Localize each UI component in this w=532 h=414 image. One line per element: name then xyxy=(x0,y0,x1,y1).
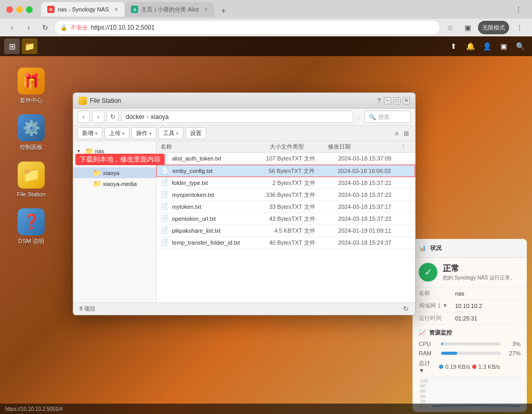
bookmark-button[interactable]: ☆ xyxy=(443,20,457,35)
file-type: TXT 文件 xyxy=(291,191,338,199)
tab-close-2[interactable]: ✕ xyxy=(204,6,208,13)
tab-favicon-2: A xyxy=(131,6,138,13)
file-date: 2024-03-18 15:37:22 xyxy=(338,180,411,186)
fs-forward-button[interactable]: › xyxy=(92,111,104,123)
reload-button[interactable]: ↻ xyxy=(38,21,52,34)
net-in-dot xyxy=(439,365,443,369)
list-view-button[interactable]: ≡ xyxy=(393,129,401,138)
browser-tab-1[interactable]: N nas - Synology NAS ✕ xyxy=(41,2,125,17)
file-row[interactable]: 📄 myopentoken.txt 336 Bytes TXT 文件 2024-… xyxy=(156,189,415,201)
fs-list-header: 名称 大小 文件类型 修改日期 ⋮ xyxy=(156,141,415,153)
fs-minimize-button[interactable]: − xyxy=(384,97,391,104)
dsm-user-icon[interactable]: 👤 xyxy=(479,38,495,54)
fs-new-button[interactable]: 新增 ▾ xyxy=(77,127,102,139)
fs-action-button[interactable]: 操作 ▾ xyxy=(131,127,156,139)
status-header-label: 状况 xyxy=(430,244,442,252)
fs-sidebar: ▾ 📁 nas ▾ 📁 docker 📁 xiaoya 📁 xiaoya- xyxy=(73,141,156,302)
fs-settings-label: 设置 xyxy=(190,129,202,137)
ram-bar xyxy=(441,352,457,355)
file-row[interactable]: 📄 mytoken.txt 33 Bytes TXT 文件 2024-03-18… xyxy=(156,201,415,213)
dsm-notification-icon[interactable]: 🔔 xyxy=(462,38,478,54)
fs-footer: 8 项目 ↻ xyxy=(73,302,415,315)
browser-menu-button[interactable]: ⋮ xyxy=(511,2,526,17)
file-date: 2024-03-18 15:37:17 xyxy=(338,204,411,210)
desktop-icon-dsm[interactable]: ❓ DSM 说明 xyxy=(10,205,52,248)
fs-upload-button[interactable]: 上传 ▾ xyxy=(104,127,129,139)
browser-settings-button[interactable]: ⋮ xyxy=(512,20,527,35)
cpu-row: CPU 3% xyxy=(419,341,521,347)
fs-restore-button[interactable]: □ xyxy=(393,97,401,104)
tab-close-1[interactable]: ✕ xyxy=(114,6,118,13)
cpu-bar-bg xyxy=(441,342,501,345)
file-row[interactable]: 📄 opentoken_url.txt 43 Bytes TXT 文件 2024… xyxy=(156,213,415,225)
file-row[interactable]: 📄 emby_config.txt 56 Bytes TXT 文件 2024-0… xyxy=(156,165,415,177)
file-row[interactable]: 📄 temp_transfer_folder_id.txt 40 Bytes T… xyxy=(156,237,415,249)
network-chart: 100 80 60 40 20 0 xyxy=(419,377,521,408)
desktop-icon-filestation[interactable]: 📁 File Station xyxy=(10,158,52,201)
fs-help-button[interactable]: ? xyxy=(377,97,381,104)
file-type: TXT 文件 xyxy=(291,215,338,223)
no-distract-button[interactable]: 无限模式 xyxy=(478,21,509,34)
desktop-icons-area: 🎁 套件中心 ⚙️ 控制面板 📁 File Station ❓ DSM 说明 xyxy=(0,56,62,414)
dsm-apps-icon[interactable]: ⊞ xyxy=(4,38,20,54)
fs-content-area: ▾ 📁 nas ▾ 📁 docker 📁 xiaoya 📁 xiaoya- xyxy=(73,141,415,302)
fs-back-button[interactable]: ‹ xyxy=(77,111,90,123)
tree-item-xiaoya-media[interactable]: 📁 xiaoya-media xyxy=(73,178,156,189)
fs-upload-label: 上传 xyxy=(109,129,121,137)
fs-window-controls: − □ ✕ xyxy=(384,97,410,104)
tree-toggle-docker: ▾ xyxy=(85,159,91,165)
file-name: temp_transfer_folder_id.txt xyxy=(172,239,245,246)
fs-footer-refresh-button[interactable]: ↻ xyxy=(403,305,409,313)
fs-close-button[interactable]: ✕ xyxy=(403,97,410,104)
uptime-row: 运行时间 01:25:31 xyxy=(413,312,527,325)
file-type: TXT 文件 xyxy=(291,203,338,211)
fs-path-bar[interactable]: docker › xiaoya xyxy=(121,111,353,123)
file-icon: 📄 xyxy=(161,179,169,187)
window-close-button[interactable] xyxy=(6,6,13,13)
desktop-icon-package[interactable]: 🎁 套件中心 xyxy=(10,64,52,107)
tree-item-docker[interactable]: ▾ 📁 docker xyxy=(73,156,156,167)
fs-path-separator: › xyxy=(147,113,149,121)
fs-search-icon: 🔍 xyxy=(369,114,376,121)
file-row[interactable]: 📄 alist_auth_token.txt 107 Bytes TXT 文件 … xyxy=(156,153,415,165)
file-station-window: File Station ? − □ ✕ ‹ › ↻ docker › xiao… xyxy=(73,92,416,315)
dsm-upload-icon[interactable]: ⬆ xyxy=(446,38,461,54)
fs-tools-button[interactable]: 工具 ▾ xyxy=(158,127,183,139)
grid-view-button[interactable]: ⊞ xyxy=(402,129,411,138)
fs-settings-button[interactable]: 设置 xyxy=(185,127,206,139)
status-ok-text: 正常 xyxy=(443,263,521,274)
fs-tools-label: 工具 xyxy=(163,129,175,137)
tree-item-xiaoya[interactable]: 📁 xiaoya xyxy=(73,167,156,178)
window-minimize-button[interactable] xyxy=(16,6,23,13)
dsm-windows-icon[interactable]: ▣ xyxy=(496,38,511,54)
fs-path-root: docker xyxy=(126,113,144,121)
fs-refresh-button[interactable]: ↻ xyxy=(107,111,119,123)
resource-section: 📈 资源监控 CPU 3% RAM 27% 总计 ▼ 0.19 KB/s 1.3… xyxy=(413,325,527,412)
hostname-row: 名称 nas xyxy=(413,287,527,300)
status-description: 您的 Synology NAS 运行正常。 xyxy=(443,274,521,282)
xiaoya-folder-icon: 📁 xyxy=(93,169,101,177)
file-row[interactable]: 📄 folder_type.txt 2 Bytes TXT 文件 2024-03… xyxy=(156,177,415,189)
side-panel-button[interactable]: ▣ xyxy=(460,20,475,35)
filestation-label: File Station xyxy=(17,191,45,198)
dsm-statusbar: https://10.10.10.2:5001/# xyxy=(0,404,532,414)
docker-folder-icon: 📁 xyxy=(93,158,101,166)
hostname-label: 名称 xyxy=(419,289,455,297)
file-icon: 📄 xyxy=(161,167,169,175)
dsm-search-icon[interactable]: 🔍 xyxy=(512,38,528,54)
fs-search-box[interactable]: 🔍 搜索 xyxy=(364,111,411,123)
browser-tab-2[interactable]: A 主页 | 小谱的分类 Alist ✕ xyxy=(125,2,215,17)
back-button[interactable]: ‹ xyxy=(5,21,19,34)
status-normal-section: ✓ 正常 您的 Synology NAS 运行正常。 xyxy=(413,258,527,287)
dsm-filestation-icon[interactable]: 📁 xyxy=(22,38,37,54)
fs-action-arrow: ▾ xyxy=(149,131,152,136)
file-row[interactable]: 📄 pikpakshare_list.txt 4.5 KB TXT 文件 202… xyxy=(156,225,415,237)
desktop-icon-control[interactable]: ⚙️ 控制面板 xyxy=(10,111,52,154)
ram-row: RAM 27% xyxy=(419,350,521,356)
forward-button[interactable]: › xyxy=(22,21,35,34)
new-tab-button[interactable]: + xyxy=(218,5,229,17)
url-bar[interactable]: 🔒 不安全 https://10.10.10.2:5001 xyxy=(55,21,440,34)
tree-item-nas[interactable]: ▾ 📁 nas xyxy=(73,145,156,156)
window-maximize-button[interactable] xyxy=(26,6,33,13)
fs-bookmark-star[interactable]: ☆ xyxy=(355,113,362,121)
